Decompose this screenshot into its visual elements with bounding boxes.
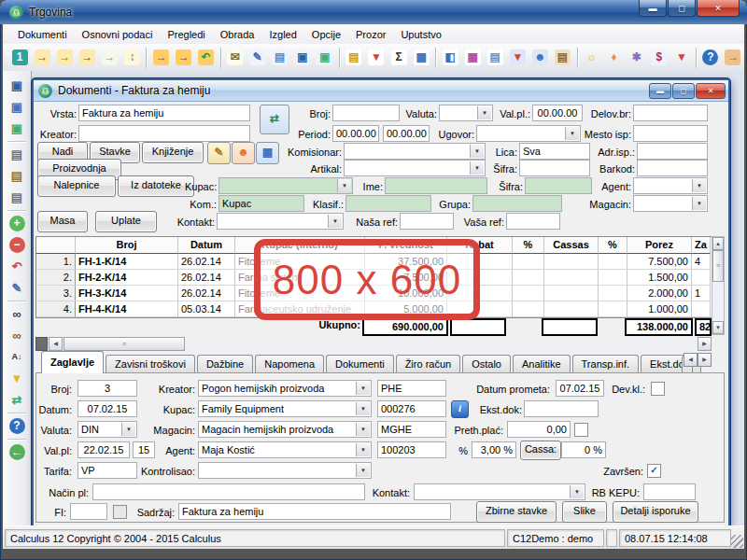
vasaref-input[interactable]: [506, 213, 560, 230]
df-kontakt-dropdown[interactable]: [414, 483, 585, 500]
magacin-dropdown[interactable]: [633, 195, 708, 212]
devkl-checkbox[interactable]: [651, 382, 665, 396]
exit-icon[interactable]: →: [722, 46, 744, 70]
add-record-icon[interactable]: +: [6, 213, 28, 234]
prethplac-checkbox[interactable]: [574, 423, 588, 437]
print-search-icon[interactable]: ▤: [6, 165, 28, 187]
kontrolisao-dropdown[interactable]: [198, 462, 372, 479]
uplate-button[interactable]: Uplate: [95, 211, 157, 232]
klasif-input[interactable]: [345, 195, 431, 212]
df-kreator-dropdown[interactable]: Pogon hemijskih proizvoda: [198, 380, 372, 397]
tab-scroll-left-icon[interactable]: ◀: [684, 353, 698, 367]
cell-za[interactable]: [692, 270, 711, 286]
scroll-left-icon[interactable]: ◀: [49, 337, 63, 351]
df-kupac-code-input[interactable]: 000276: [377, 400, 446, 417]
record-number-icon[interactable]: 1: [8, 46, 31, 70]
column-header[interactable]: Za n: [692, 237, 711, 254]
cassa-input[interactable]: 0 %: [561, 441, 606, 458]
prethplac-input[interactable]: 0,00: [507, 421, 571, 438]
menu-dokumenti[interactable]: Dokumenti: [10, 26, 75, 43]
page-user-icon[interactable]: ☻: [529, 46, 551, 70]
cell-p2[interactable]: [599, 286, 627, 301]
df-agent-code-input[interactable]: 100203: [377, 441, 446, 458]
cell-datum[interactable]: 05.03.14: [178, 301, 235, 317]
cell-za[interactable]: [692, 301, 711, 317]
masa-button[interactable]: Masa: [37, 211, 88, 232]
import-document-blue-icon[interactable]: →: [31, 46, 53, 70]
structure-button[interactable]: ▦: [256, 142, 279, 164]
exit-sidebar-icon[interactable]: ←: [6, 441, 28, 463]
import-document-navy-icon[interactable]: →: [76, 46, 98, 70]
cell-cassas[interactable]: [544, 301, 599, 317]
vrsta-input[interactable]: Faktura za hemiju: [78, 105, 250, 121]
cell-datum[interactable]: 26.02.14: [178, 254, 235, 270]
price-document-icon[interactable]: $: [648, 46, 670, 70]
df-broj-input[interactable]: 3: [78, 380, 137, 397]
folder-import-blue-icon[interactable]: →: [149, 46, 172, 70]
filter-icon[interactable]: ▼: [6, 368, 28, 389]
sum-icon[interactable]: Σ: [388, 46, 410, 70]
df-magacin-dropdown[interactable]: Magacin hemijskih proizvoda: [198, 421, 372, 438]
kreator-input[interactable]: [78, 125, 250, 142]
cell-num[interactable]: 2.: [36, 270, 76, 286]
ime-input[interactable]: [385, 177, 487, 194]
df-datum-input[interactable]: 07.02.15: [78, 400, 137, 417]
cell-porez[interactable]: 1.500,00: [627, 270, 692, 286]
folder-undo-icon[interactable]: ↶: [195, 46, 218, 70]
valuta-dropdown[interactable]: [439, 105, 493, 121]
cassa-button[interactable]: Cassa:: [520, 441, 561, 460]
scroll-up-icon[interactable]: ▲: [712, 237, 724, 250]
column-header[interactable]: Datum: [178, 237, 235, 254]
help-icon[interactable]: ?: [699, 46, 722, 70]
column-header[interactable]: Porez: [627, 237, 692, 254]
save-document-blue-icon[interactable]: ▣: [291, 46, 314, 70]
pct-input[interactable]: 3,00 %: [472, 441, 516, 458]
folder-import-navy-icon[interactable]: →: [172, 46, 194, 70]
df-kupac-dropdown[interactable]: Family Equipment: [198, 400, 372, 417]
copy-pages-icon[interactable]: ▤: [484, 46, 506, 70]
cell-p1[interactable]: [513, 301, 544, 317]
tab-analitike[interactable]: Analitike: [513, 355, 571, 373]
import-document-green-icon[interactable]: →: [53, 46, 76, 70]
print-icon[interactable]: ▤: [6, 144, 28, 165]
cell-broj[interactable]: FH-4-K/14: [76, 301, 178, 317]
cell-num[interactable]: 3.: [36, 286, 76, 301]
menu-osnovni-podaci[interactable]: Osnovni podaci: [75, 26, 161, 43]
horizontal-scroll-thumb[interactable]: ≡: [63, 337, 185, 351]
help-sidebar-icon[interactable]: ?: [6, 415, 28, 437]
tab-da-bine[interactable]: Dažbine: [197, 355, 253, 373]
child-minimize-button[interactable]: ▬: [649, 83, 671, 99]
cell-cassas[interactable]: [544, 286, 599, 301]
cell-porez[interactable]: 7.500,00: [627, 254, 692, 270]
slike-button[interactable]: Slike: [562, 501, 607, 523]
close-button[interactable]: ✕: [697, 0, 740, 17]
fi-checkbox[interactable]: [113, 505, 127, 519]
rbkepu-input[interactable]: [643, 483, 696, 500]
mestoisp-input[interactable]: [633, 125, 708, 142]
komisionar-dropdown[interactable]: [344, 143, 486, 160]
df-magacin-code-input[interactable]: MGHE: [377, 421, 446, 438]
delovbr-input[interactable]: [633, 105, 708, 121]
scroll-right-icon[interactable]: ▶: [698, 337, 712, 351]
cell-p1[interactable]: [513, 286, 544, 301]
kupac-dropdown[interactable]: [218, 177, 353, 194]
agent-dropdown[interactable]: [633, 177, 708, 194]
resize-grip[interactable]: [730, 535, 743, 548]
tab-scroll-right-icon[interactable]: ▶: [698, 353, 712, 367]
page-filter-icon[interactable]: ▼: [506, 46, 529, 70]
tab-napomena[interactable]: Napomena: [255, 355, 324, 373]
grid-colors-icon[interactable]: ▦: [461, 46, 484, 70]
artikal-dropdown[interactable]: [344, 160, 486, 176]
transfer-document-button[interactable]: ⇄: [260, 105, 289, 134]
nacinpl-input[interactable]: [92, 483, 365, 500]
df-kreator-code-input[interactable]: PHE: [377, 380, 446, 397]
df-valpl-days-input[interactable]: 15: [133, 441, 155, 458]
tarifa-input[interactable]: VP: [78, 462, 137, 479]
tab-dokumenti[interactable]: Dokumenti: [326, 355, 394, 373]
barkod-input[interactable]: [637, 160, 708, 176]
zbirne-stavke-button[interactable]: Zbirne stavke: [476, 501, 557, 523]
maximize-button[interactable]: ◻: [668, 0, 696, 17]
diamond-down-icon[interactable]: ▼: [670, 46, 693, 70]
menu-izgled[interactable]: Izgled: [261, 26, 303, 43]
tab-zaglavlje[interactable]: Zaglavlje: [41, 351, 104, 373]
